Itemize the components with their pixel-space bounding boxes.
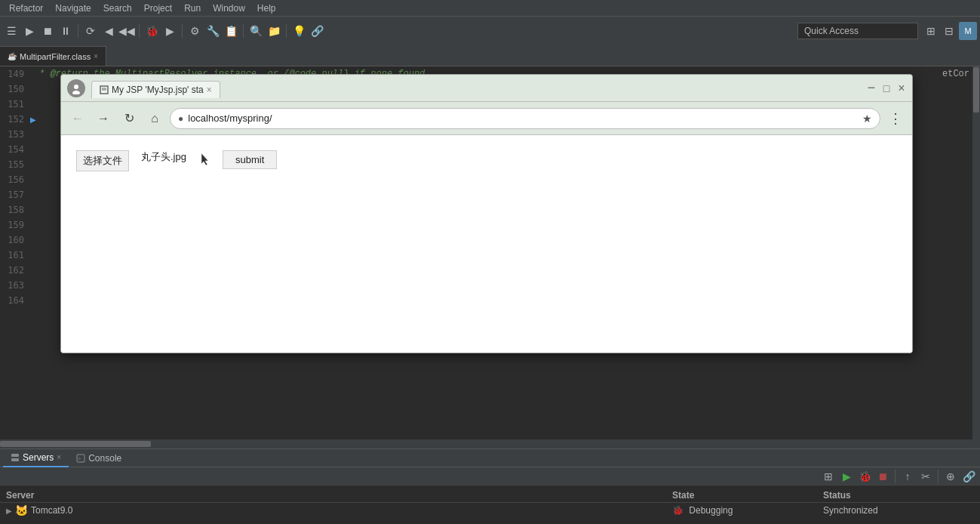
servers-tab-close[interactable]: ×: [57, 453, 61, 461]
line-num-158: 158: [0, 205, 30, 215]
browser-back-btn[interactable]: ←: [67, 108, 88, 129]
bottom-sep: [895, 470, 896, 483]
line-num-164: 164: [0, 295, 30, 306]
servers-icon: [11, 453, 20, 462]
file-name-display: 丸子头.jpg: [141, 150, 186, 164]
submit-button[interactable]: submit: [223, 150, 277, 169]
browser-forward-btn[interactable]: →: [93, 108, 114, 129]
server-row-tomcat[interactable]: ▶ 🐱 Tomcat9.0 🐞 Debugging Synchronized: [0, 503, 980, 518]
menu-bar: Refactor Navigate Search Project Run Win…: [0, 0, 980, 17]
bottom-stop-btn[interactable]: ⏹: [874, 468, 891, 485]
h-scrollbar-thumb: [0, 441, 151, 447]
toolbar-btn-9[interactable]: 🔧: [204, 23, 221, 39]
bottom-new-server-btn[interactable]: ⊞: [820, 468, 837, 485]
toolbar-btn-14[interactable]: 🔗: [309, 23, 325, 39]
toolbar-btn-6[interactable]: ◀: [100, 23, 117, 39]
menu-refactor[interactable]: Refactor: [3, 2, 49, 15]
servers-header: Server State Status: [0, 489, 980, 503]
right-text: etCor: [939, 69, 969, 79]
address-star-icon[interactable]: ★: [862, 113, 872, 125]
menu-run[interactable]: Run: [178, 2, 207, 15]
address-bar[interactable]: ● localhost/myspring/ ★: [170, 108, 880, 129]
toolbar-sep-1: [78, 24, 78, 38]
browser-tab-close[interactable]: ×: [207, 85, 212, 95]
bottom-add-remove-btn[interactable]: ⊕: [942, 468, 959, 485]
menu-navigate[interactable]: Navigate: [49, 2, 97, 15]
bottom-tab-servers[interactable]: Servers ×: [3, 449, 69, 467]
server-expand-arrow[interactable]: ▶: [6, 507, 12, 515]
console-tab-label: Console: [88, 453, 121, 464]
tab-close-btn[interactable]: ×: [94, 52, 98, 60]
h-scrollbar[interactable]: [0, 439, 972, 448]
browser-maximize-btn[interactable]: □: [882, 84, 891, 93]
server-debug-icon: 🐞: [672, 505, 684, 516]
line-num-159: 159: [0, 220, 30, 230]
toolbar-layout-btn[interactable]: ⊟: [941, 23, 957, 39]
bottom-open-btn[interactable]: 🔗: [960, 468, 977, 485]
toolbar-btn-4[interactable]: ⏸: [57, 23, 74, 39]
h-scrollbar-track: [0, 441, 972, 447]
toolbar-btn-13[interactable]: 💡: [290, 23, 307, 39]
browser-account-icon[interactable]: [67, 79, 85, 97]
main-editor-area: 149 * @return the MultipartResolver inst…: [0, 66, 980, 448]
browser-content: 选择文件 丸子头.jpg submit: [61, 135, 912, 353]
editor-scrollbar[interactable]: [972, 66, 980, 448]
menu-help[interactable]: Help: [251, 2, 282, 15]
toolbar-perspective-btn[interactable]: ⊞: [923, 23, 939, 39]
menu-project[interactable]: Project: [138, 2, 178, 15]
browser-home-btn[interactable]: ⌂: [144, 108, 165, 129]
bottom-disconnect-btn[interactable]: ✂: [917, 468, 934, 485]
browser-refresh-btn[interactable]: ↻: [118, 108, 140, 129]
servers-table: Server State Status ▶ 🐱 Tomcat9.0 🐞 Debu…: [0, 485, 980, 524]
editor-tab-multipartfilter[interactable]: ☕ MultipartFilter.class ×: [0, 46, 106, 66]
server-status-label: Synchronized: [823, 505, 878, 516]
bottom-tab-console[interactable]: >_ Console: [69, 449, 129, 467]
line-num-154: 154: [0, 144, 30, 155]
toolbar-btn-7[interactable]: ◀◀: [118, 23, 135, 39]
browser-menu-btn[interactable]: ⋮: [885, 108, 906, 129]
line-gutter-152: ▶: [30, 116, 36, 124]
browser-minimize-btn[interactable]: −: [867, 84, 876, 93]
server-name-col: ▶ 🐱 Tomcat9.0: [6, 504, 672, 516]
toolbar-btn-12[interactable]: 📁: [266, 23, 282, 39]
browser-titlebar: My JSP 'MyJsp.jsp' sta × − □ ×: [61, 75, 912, 102]
toolbar-btn-10[interactable]: 📋: [223, 23, 239, 39]
line-num-149: 149: [0, 69, 30, 79]
bottom-publish-btn[interactable]: ↑: [899, 468, 916, 485]
file-choose-button[interactable]: 选择文件: [76, 150, 129, 171]
toolbar-btn-debug[interactable]: 🐞: [143, 23, 160, 39]
bottom-sep-2: [938, 470, 939, 483]
bottom-start-btn[interactable]: ▶: [838, 468, 855, 485]
line-num-153: 153: [0, 129, 30, 140]
toolbar-btn-11[interactable]: 🔍: [247, 23, 264, 39]
console-icon: >_: [76, 454, 85, 463]
scrollbar-thumb: [973, 67, 979, 113]
menu-window[interactable]: Window: [207, 2, 251, 15]
line-num-157: 157: [0, 190, 30, 200]
bottom-debug-btn[interactable]: 🐞: [856, 468, 873, 485]
quick-access-box[interactable]: Quick Access: [797, 23, 918, 39]
browser-new-tab[interactable]: [223, 79, 250, 97]
toolbar-btn-1[interactable]: ☰: [3, 23, 20, 39]
browser-win-controls: − □ ×: [867, 84, 906, 93]
line-num-152: 152: [0, 114, 30, 125]
toolbar-btn-8[interactable]: ⚙: [186, 23, 203, 39]
menu-search[interactable]: Search: [97, 2, 138, 15]
editor-tabs: ☕ MultipartFilter.class ×: [0, 45, 980, 66]
toolbar-btn-3[interactable]: ⏹: [39, 23, 56, 39]
toolbar-btn-2[interactable]: ▶: [21, 23, 38, 39]
bottom-content: Server State Status ▶ 🐱 Tomcat9.0 🐞 Debu…: [0, 485, 980, 524]
toolbar-btn-5[interactable]: ⟳: [82, 23, 99, 39]
browser-tab-page-icon: [100, 85, 109, 94]
svg-rect-6: [11, 458, 19, 461]
code-editor[interactable]: 149 * @return the MultipartResolver inst…: [0, 66, 980, 448]
browser-close-btn[interactable]: ×: [897, 84, 906, 93]
server-status-col: Synchronized: [823, 505, 974, 516]
toolbar-btn-run[interactable]: ▶: [161, 23, 178, 39]
servers-col-server: Server: [6, 490, 672, 501]
toolbar-sep-4: [243, 24, 244, 38]
user-avatar[interactable]: M: [959, 22, 977, 40]
browser-tab-myjsp[interactable]: My JSP 'MyJsp.jsp' sta ×: [91, 81, 220, 98]
toolbar-area: Refactor Navigate Search Project Run Win…: [0, 0, 980, 45]
server-state-col: 🐞 Debugging: [672, 505, 823, 516]
